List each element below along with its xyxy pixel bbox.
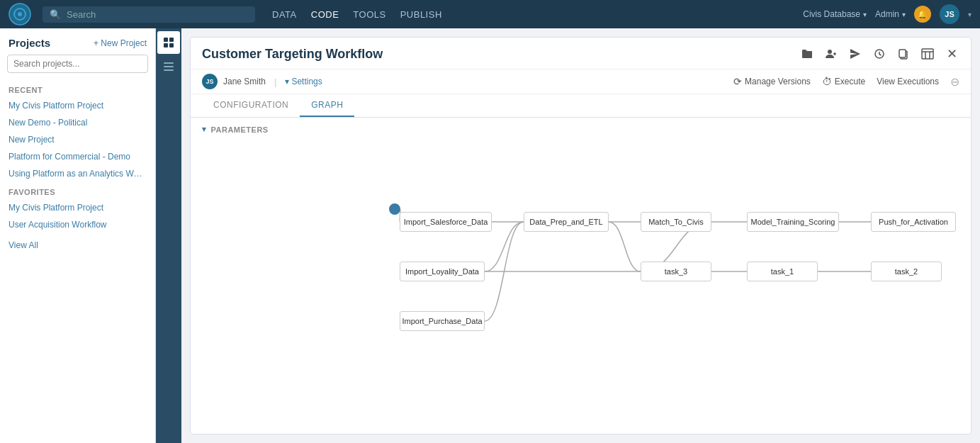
manage-versions-label: Manage Versions: [745, 77, 811, 86]
graph-node-import_sf[interactable]: Import_Salesforce_Data: [400, 212, 492, 232]
tab-icon-list[interactable]: [157, 55, 180, 78]
graph-node-data_prep[interactable]: Data_Prep_and_ETL: [524, 212, 609, 232]
top-nav: 🔍 DATA CODE TOOLS PUBLISH Civis Database…: [0, 0, 980, 28]
graph-node-import_purch[interactable]: Import_Purchase_Data: [400, 311, 485, 331]
sidebar-item-recent-1[interactable]: New Demo - Political: [0, 114, 155, 131]
svg-point-10: [828, 50, 832, 54]
search-input[interactable]: [67, 9, 248, 20]
nav-tools[interactable]: TOOLS: [353, 9, 385, 20]
user-avatar-sm: JS: [202, 74, 218, 89]
settings-label: Settings: [291, 77, 322, 86]
nav-publish[interactable]: PUBLISH: [400, 9, 442, 20]
chevron-down-icon: ▾: [285, 77, 289, 86]
execute-label: Execute: [835, 77, 865, 86]
svg-rect-8: [164, 66, 174, 67]
svg-rect-4: [169, 38, 174, 42]
sidebar: Projects + New Project RECENT My Civis P…: [0, 28, 156, 443]
sidebar-item-recent-2[interactable]: New Project: [0, 131, 155, 148]
workflow-actions: ⟳ Manage Versions ⏱ Execute View Executi…: [733, 75, 959, 89]
svg-rect-5: [164, 43, 168, 47]
graph-node-model_train[interactable]: Model_Training_Scoring: [747, 212, 839, 232]
workflow-sub-header: JS Jane Smith | ▾ Settings ⟳ Manage Vers…: [191, 69, 971, 94]
graph-node-task1[interactable]: task_1: [747, 262, 818, 281]
svg-rect-14: [922, 49, 933, 59]
avatar-chevron-icon: ▾: [968, 11, 971, 18]
sidebar-item-recent-3[interactable]: Platform for Commercial - Demo: [0, 148, 155, 165]
sidebar-item-recent-0[interactable]: My Civis Platform Project: [0, 97, 155, 114]
folder-icon[interactable]: [799, 46, 815, 62]
workflow-panel: Customer Targeting Workflow: [190, 37, 971, 434]
execute-icon: ⏱: [822, 76, 832, 87]
start-node[interactable]: [389, 203, 400, 215]
close-icon[interactable]: ✕: [944, 46, 959, 62]
svg-rect-13: [899, 50, 906, 57]
parameters-section: ▾ PARAMETERS: [191, 118, 971, 141]
graph-node-task2[interactable]: task_2: [871, 262, 942, 281]
project-search-input[interactable]: [7, 55, 148, 73]
graph-area[interactable]: Import_Salesforce_DataData_Prep_and_ETLM…: [191, 141, 971, 434]
graph-node-task3[interactable]: task_3: [641, 262, 711, 281]
settings-link[interactable]: ▾ Settings: [285, 77, 322, 86]
sidebar-item-fav-0[interactable]: My Civis Platform Project: [0, 199, 155, 216]
tab-graph[interactable]: GRAPH: [300, 94, 354, 117]
search-icon: 🔍: [50, 9, 61, 20]
user-avatar[interactable]: JS: [940, 4, 959, 24]
nav-links: DATA CODE TOOLS PUBLISH: [272, 9, 442, 20]
sidebar-icon-tabs: [156, 28, 181, 443]
graph-node-match_civis[interactable]: Match_To_Civis: [641, 212, 711, 232]
svg-rect-3: [164, 38, 168, 42]
avatar-initials: JS: [945, 10, 954, 18]
table-icon[interactable]: [920, 46, 935, 62]
clock-icon[interactable]: [872, 46, 887, 62]
admin-chevron-icon: ▾: [902, 11, 906, 18]
manage-versions-button[interactable]: ⟳ Manage Versions: [733, 76, 811, 87]
more-options-button[interactable]: ⊖: [950, 75, 959, 89]
workflow-tabs: CONFIGURATION GRAPH: [191, 94, 971, 118]
database-selector[interactable]: Civis Database ▾: [803, 9, 867, 19]
add-user-icon[interactable]: [823, 46, 839, 62]
new-project-button[interactable]: + New Project: [94, 38, 147, 48]
sidebar-item-recent-4[interactable]: Using Platform as an Analytics Workbe...: [0, 165, 155, 182]
tab-configuration[interactable]: CONFIGURATION: [202, 94, 300, 117]
sidebar-header: Projects + New Project: [0, 28, 155, 55]
workflow-title: Customer Targeting Workflow: [202, 47, 383, 62]
copy-icon[interactable]: [896, 46, 911, 62]
separator: |: [274, 77, 276, 87]
app-logo[interactable]: [9, 3, 31, 26]
user-name: Jane Smith: [223, 77, 266, 86]
workflow-header-icons: ✕: [799, 46, 959, 62]
nav-code[interactable]: CODE: [311, 9, 339, 20]
view-executions-label: View Executions: [877, 77, 939, 86]
recent-label: RECENT: [0, 80, 155, 97]
execute-button[interactable]: ⏱ Execute: [822, 76, 865, 87]
admin-label: Admin: [875, 9, 899, 19]
view-all-link[interactable]: View All: [0, 233, 155, 257]
parameters-toggle[interactable]: ▾ PARAMETERS: [202, 125, 959, 134]
admin-selector[interactable]: Admin ▾: [875, 9, 906, 19]
view-executions-button[interactable]: View Executions: [877, 77, 939, 86]
workflow-header: Customer Targeting Workflow: [191, 38, 971, 69]
graph-node-import_loy[interactable]: Import_Loyality_Data: [400, 262, 485, 281]
send-icon[interactable]: [847, 46, 863, 62]
graph-node-push_act[interactable]: Push_for_Activation: [871, 212, 956, 232]
app-layout: Projects + New Project RECENT My Civis P…: [0, 28, 980, 443]
bell-icon: 🔔: [918, 10, 928, 19]
graph-svg: [191, 141, 971, 434]
svg-point-2: [18, 12, 22, 16]
tab-icon-grid[interactable]: [157, 31, 180, 54]
workflow-user: JS Jane Smith | ▾ Settings: [202, 74, 322, 89]
notification-bell[interactable]: 🔔: [914, 6, 931, 23]
sidebar-search: [0, 55, 155, 80]
chevron-down-icon: ▾: [202, 125, 207, 134]
sidebar-item-fav-1[interactable]: User Acquisition Workflow: [0, 216, 155, 233]
user-initials: JS: [205, 78, 213, 85]
svg-rect-9: [164, 69, 174, 71]
svg-rect-6: [169, 43, 174, 47]
versions-icon: ⟳: [733, 76, 742, 87]
nav-right: Civis Database ▾ Admin ▾ 🔔 JS ▾: [803, 4, 971, 24]
parameters-label: PARAMETERS: [211, 125, 269, 134]
main-content: Customer Targeting Workflow: [181, 28, 980, 443]
search-box[interactable]: 🔍: [43, 6, 255, 23]
nav-data[interactable]: DATA: [272, 9, 297, 20]
svg-rect-7: [164, 62, 174, 64]
